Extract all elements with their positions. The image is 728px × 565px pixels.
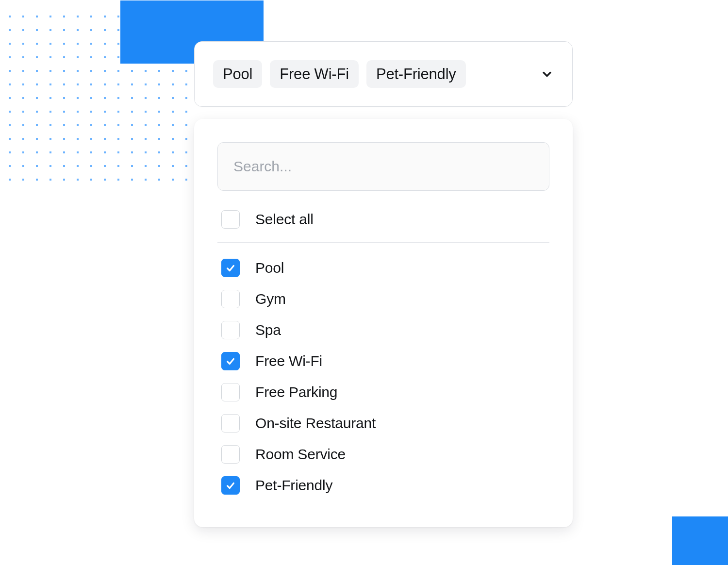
chevron-down-icon: [540, 67, 554, 81]
option-room-service-label: Room Service: [255, 446, 346, 463]
dropdown-divider: [217, 242, 549, 243]
decorative-square-bottom: [672, 516, 728, 565]
option-spa[interactable]: Spa: [217, 315, 549, 346]
option-pet-friendly-label: Pet-Friendly: [255, 477, 332, 494]
option-onsite-restaurant-label: On-site Restaurant: [255, 415, 376, 432]
option-room-service[interactable]: Room Service: [217, 439, 549, 470]
option-spa-label: Spa: [255, 322, 281, 338]
chip-free-wifi[interactable]: Free Wi-Fi: [270, 60, 359, 88]
select-all-checkbox[interactable]: [221, 210, 240, 229]
option-gym-checkbox[interactable]: [221, 290, 240, 308]
select-all-label: Select all: [255, 211, 314, 228]
option-free-parking[interactable]: Free Parking: [217, 377, 549, 408]
option-free-wifi-checkbox[interactable]: [221, 352, 240, 370]
multiselect-dropdown: Select all Pool Gym Spa Free Wi-Fi: [194, 119, 573, 527]
option-free-parking-checkbox[interactable]: [221, 383, 240, 401]
chip-pet-friendly[interactable]: Pet-Friendly: [366, 60, 466, 88]
option-gym[interactable]: Gym: [217, 283, 549, 315]
option-onsite-restaurant[interactable]: On-site Restaurant: [217, 408, 549, 439]
option-spa-checkbox[interactable]: [221, 321, 240, 339]
option-pool-label: Pool: [255, 260, 284, 276]
option-free-parking-label: Free Parking: [255, 384, 337, 400]
options-list: Pool Gym Spa Free Wi-Fi Free Parking: [217, 252, 549, 501]
option-free-wifi[interactable]: Free Wi-Fi: [217, 346, 549, 377]
option-pool[interactable]: Pool: [217, 252, 549, 283]
option-pet-friendly-checkbox[interactable]: [221, 476, 240, 495]
multiselect-trigger[interactable]: Pool Free Wi-Fi Pet-Friendly: [194, 41, 573, 107]
option-onsite-restaurant-checkbox[interactable]: [221, 414, 240, 432]
option-pool-checkbox[interactable]: [221, 259, 240, 277]
option-free-wifi-label: Free Wi-Fi: [255, 353, 322, 369]
option-gym-label: Gym: [255, 291, 286, 307]
option-pet-friendly[interactable]: Pet-Friendly: [217, 470, 549, 501]
select-all-option[interactable]: Select all: [217, 203, 549, 242]
chip-pool[interactable]: Pool: [213, 60, 262, 88]
selected-chips: Pool Free Wi-Fi Pet-Friendly: [213, 60, 540, 88]
search-input[interactable]: [217, 142, 549, 191]
option-room-service-checkbox[interactable]: [221, 445, 240, 464]
